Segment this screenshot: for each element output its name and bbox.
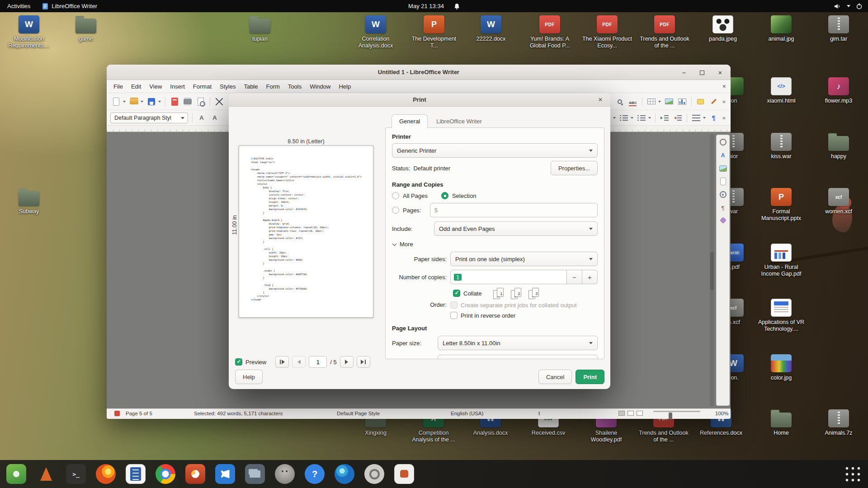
paragraph-settings-icon[interactable] xyxy=(708,113,720,123)
decrease-indent-icon[interactable] xyxy=(672,113,684,123)
dock-vscode-icon[interactable] xyxy=(215,464,235,484)
close-document-button[interactable]: × xyxy=(722,83,726,90)
sidebar-page-icon[interactable] xyxy=(720,178,726,185)
print-preview-icon[interactable] xyxy=(195,96,207,107)
menu-file[interactable]: File xyxy=(109,82,127,91)
dock-libreoffice-writer-icon[interactable] xyxy=(126,464,146,484)
desktop-icon-tupian[interactable]: tupian xyxy=(235,15,285,42)
scrollbar-thumb[interactable] xyxy=(710,252,714,290)
paper-sides-select[interactable]: Print on one side (simplex) xyxy=(450,252,598,266)
dropdown-arrow-icon[interactable] xyxy=(703,117,706,119)
pages-radio[interactable] xyxy=(392,206,399,214)
desktop-icon-yum-brands[interactable]: Yum! Brands: A Global Food P... xyxy=(525,15,575,49)
vertical-scrollbar[interactable] xyxy=(710,134,714,407)
desktop-icon-urban-rural[interactable]: Urban - Rural Income Gap.pdf xyxy=(756,244,806,277)
outline-list-icon[interactable] xyxy=(636,113,647,123)
export-pdf-icon[interactable] xyxy=(169,96,180,107)
first-page-button[interactable] xyxy=(275,356,289,368)
menu-edit[interactable]: Edit xyxy=(127,82,145,91)
show-applications-icon[interactable] xyxy=(844,465,862,483)
zoom-slider[interactable] xyxy=(653,411,700,412)
track-changes-icon[interactable] xyxy=(708,96,720,107)
dialog-close-button[interactable]: × xyxy=(596,96,605,104)
include-select[interactable]: Odd and Even Pages xyxy=(434,221,598,236)
desktop-icon-formal-manuscript[interactable]: Formal Manuscript.pptx xyxy=(756,188,806,222)
status-page-number[interactable]: Page 5 of 5 xyxy=(126,411,152,416)
status-page-style[interactable]: Default Page Style xyxy=(337,411,380,416)
print-icon[interactable] xyxy=(182,96,193,107)
menu-tools[interactable]: Tools xyxy=(284,82,306,91)
spellcheck-icon[interactable] xyxy=(627,96,639,107)
menu-table[interactable]: Table xyxy=(240,82,262,91)
dock-chrome-icon[interactable] xyxy=(156,464,175,484)
dock-impress-icon[interactable] xyxy=(185,464,205,484)
copies-increase-button[interactable]: + xyxy=(582,270,598,284)
desktop-icon-home[interactable]: Home xyxy=(756,409,806,436)
desktop-icon-correlation-analysis[interactable]: Correlation Analysis.docx xyxy=(351,15,401,49)
sidebar-gallery-icon[interactable] xyxy=(719,165,727,172)
paper-size-select[interactable]: Letter 8.50in x 11.00in xyxy=(438,336,598,350)
dropdown-arrow-icon[interactable] xyxy=(141,101,143,103)
window-titlebar[interactable]: Untitled 1 - LibreOffice Writer − × xyxy=(107,65,731,80)
menu-insert[interactable]: Insert xyxy=(166,82,189,91)
all-pages-radio[interactable] xyxy=(392,192,399,199)
desktop-icon-color-jpg[interactable]: color.jpg xyxy=(756,354,806,381)
insert-mode-icon[interactable]: I xyxy=(538,411,540,416)
desktop-icon-game[interactable]: game xyxy=(61,15,111,42)
find-replace-icon[interactable] xyxy=(614,96,626,107)
dock-gimp-icon[interactable] xyxy=(275,464,295,484)
status-word-count[interactable]: Selected: 492 words, 5,171 characters xyxy=(194,411,283,416)
tab-general[interactable]: General xyxy=(392,114,428,128)
minimize-button[interactable]: − xyxy=(680,69,688,76)
desktop-icon-flower-mp3[interactable]: flower.mp3 xyxy=(814,77,863,104)
dock-firefox-icon[interactable] xyxy=(96,464,116,484)
toolbar-overflow-button[interactable]: » xyxy=(721,98,727,105)
desktop-icon-animals-7z[interactable]: Animals.7z xyxy=(814,409,863,436)
save-icon[interactable] xyxy=(146,96,157,107)
zoom-level[interactable]: 100% xyxy=(715,411,728,416)
toolbar-overflow-button[interactable]: » xyxy=(721,114,727,121)
dock-browser-icon[interactable] xyxy=(335,464,354,484)
menu-form[interactable]: Form xyxy=(262,82,283,91)
desktop-icon-gim-tar[interactable]: gim.tar xyxy=(814,15,863,42)
previous-page-button[interactable] xyxy=(292,356,306,368)
sidebar-inspector-icon[interactable] xyxy=(719,217,726,224)
insert-image-icon[interactable] xyxy=(663,96,675,107)
dock-help-icon[interactable] xyxy=(305,464,325,484)
paragraph-style-combo[interactable]: Default Paragraph Styl xyxy=(110,113,188,123)
help-button[interactable]: Help xyxy=(235,370,263,384)
orientation-select[interactable]: Automatic xyxy=(438,355,598,359)
sidebar-navigator-icon[interactable] xyxy=(720,191,726,198)
bell-icon[interactable] xyxy=(454,3,460,9)
cancel-button[interactable]: Cancel xyxy=(538,370,572,384)
sidebar-styles-icon[interactable] xyxy=(719,204,727,212)
selection-radio[interactable] xyxy=(441,192,448,199)
dock-software-icon[interactable] xyxy=(6,464,26,484)
print-button[interactable]: Print xyxy=(576,370,604,384)
desktop-icon-xiaomi-html[interactable]: xiaomi.html xyxy=(756,77,806,104)
dock-terminal-icon[interactable] xyxy=(66,464,86,484)
page-number-input[interactable] xyxy=(309,356,327,368)
new-style-icon[interactable] xyxy=(209,113,221,123)
collated-jobs-checkbox[interactable] xyxy=(450,301,458,309)
menu-help[interactable]: Help xyxy=(335,82,355,91)
next-page-button[interactable] xyxy=(340,356,354,368)
more-expander[interactable]: More xyxy=(392,241,598,248)
desktop-icon-22222[interactable]: 22222.docx xyxy=(466,15,516,42)
dropdown-arrow-icon[interactable] xyxy=(648,117,651,119)
dock-app-store-icon[interactable] xyxy=(394,464,414,484)
pages-range-input[interactable] xyxy=(430,203,598,217)
dock-settings-icon[interactable] xyxy=(364,464,384,484)
insert-comment-icon[interactable] xyxy=(695,96,707,107)
desktop-icon-vr-applications[interactable]: Applications of VR Technology.... xyxy=(756,299,806,333)
desktop-icon-subway[interactable]: Subway xyxy=(4,188,54,215)
insert-table-icon[interactable] xyxy=(646,96,657,107)
increase-indent-icon[interactable] xyxy=(659,113,670,123)
system-status-area[interactable] xyxy=(834,3,863,9)
desktop-icon-happy[interactable]: happy xyxy=(814,133,863,160)
dropdown-arrow-icon[interactable] xyxy=(123,101,126,103)
multi-page-view-icon[interactable] xyxy=(627,411,634,416)
dropdown-arrow-icon[interactable] xyxy=(158,101,161,103)
close-button[interactable]: × xyxy=(716,69,724,76)
dock-utility-icon[interactable] xyxy=(36,464,56,484)
